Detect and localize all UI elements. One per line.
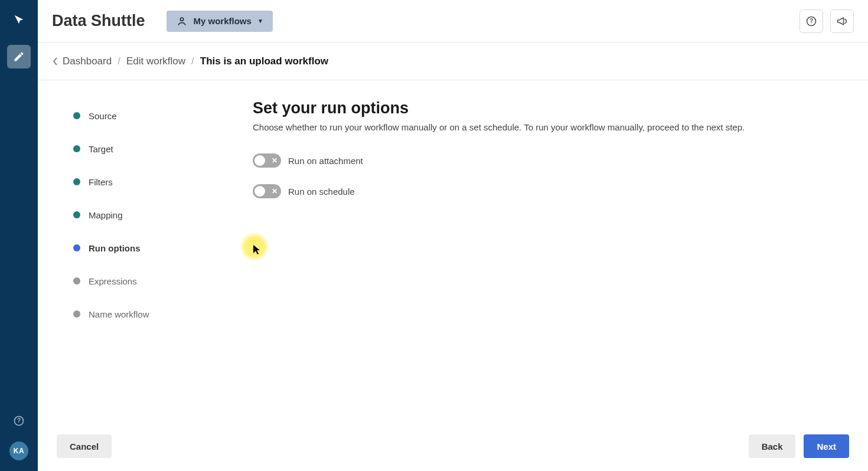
workflow-selector-label: My workflows [194, 16, 252, 26]
help-icon: ? [13, 415, 25, 427]
step-label: Target [89, 144, 113, 154]
close-icon: ✕ [272, 156, 278, 165]
step-label: Expressions [89, 276, 137, 286]
step-expressions[interactable]: Expressions [73, 264, 247, 297]
breadcrumb-dashboard[interactable]: Dashboard [63, 55, 112, 67]
step-dot-icon [73, 178, 80, 185]
toggle-knob [254, 186, 265, 197]
person-icon [176, 15, 188, 27]
step-dot-icon [73, 145, 80, 152]
pencil-icon [13, 51, 25, 63]
wizard-steps: Source Target Filters Mapping Run option… [52, 99, 247, 421]
toggle-label: Run on schedule [288, 187, 355, 197]
step-label: Name workflow [89, 309, 149, 319]
step-dot-icon [73, 112, 80, 119]
step-target[interactable]: Target [73, 132, 247, 165]
page-subtitle: Choose whether to run your workflow manu… [253, 122, 854, 132]
breadcrumb-separator: / [191, 55, 194, 67]
content-panel: Set your run options Choose whether to r… [247, 99, 854, 421]
step-label: Source [89, 111, 117, 121]
chevron-down-icon: ▼ [257, 18, 263, 24]
step-dot-icon [73, 277, 80, 284]
close-icon: ✕ [272, 187, 278, 195]
footer: Cancel Back Next [38, 421, 868, 471]
toggle-run-on-attachment[interactable]: ✕ [253, 153, 281, 168]
announcements-button[interactable] [830, 9, 854, 33]
svg-text:?: ? [810, 18, 813, 24]
header: Data Shuttle My workflows ▼ ? [38, 0, 868, 42]
cancel-button[interactable]: Cancel [57, 434, 112, 458]
breadcrumb-separator: / [118, 55, 120, 67]
breadcrumb-current: This is an upload workflow [200, 55, 328, 67]
header-help-button[interactable]: ? [800, 9, 823, 33]
rail-help-button[interactable]: ? [12, 414, 25, 427]
page-heading: Set your run options [253, 99, 854, 117]
step-filters[interactable]: Filters [73, 165, 247, 198]
left-rail: ? KA [0, 0, 38, 471]
step-dot-icon [73, 211, 80, 218]
step-label: Mapping [89, 210, 123, 220]
breadcrumb: Dashboard / Edit workflow / This is an u… [38, 42, 868, 80]
toggle-run-on-schedule[interactable]: ✕ [253, 184, 281, 198]
step-mapping[interactable]: Mapping [73, 198, 247, 231]
megaphone-icon [836, 15, 848, 27]
svg-point-2 [180, 18, 183, 21]
step-dot-icon [73, 310, 80, 318]
app-title: Data Shuttle [52, 12, 145, 30]
back-button[interactable]: Back [749, 434, 796, 458]
toggle-row-schedule: ✕ Run on schedule [253, 184, 854, 198]
next-button[interactable]: Next [804, 434, 849, 458]
breadcrumb-edit-workflow[interactable]: Edit workflow [126, 55, 185, 67]
step-label: Run options [89, 243, 140, 253]
step-dot-icon [73, 244, 80, 251]
svg-text:?: ? [17, 417, 21, 424]
edit-button[interactable] [7, 45, 31, 68]
toggle-row-attachment: ✕ Run on attachment [253, 153, 854, 168]
help-icon: ? [805, 15, 817, 27]
step-run-options[interactable]: Run options [73, 231, 247, 264]
workflow-selector[interactable]: My workflows ▼ [167, 11, 273, 32]
toggle-knob [254, 155, 265, 166]
step-label: Filters [89, 177, 113, 187]
app-logo-icon[interactable] [11, 12, 27, 27]
user-avatar[interactable]: KA [9, 441, 28, 460]
step-source[interactable]: Source [73, 99, 247, 132]
step-name-workflow[interactable]: Name workflow [73, 297, 247, 331]
breadcrumb-back-icon[interactable] [52, 57, 59, 66]
toggle-label: Run on attachment [288, 156, 363, 166]
main-content: Source Target Filters Mapping Run option… [38, 80, 868, 421]
